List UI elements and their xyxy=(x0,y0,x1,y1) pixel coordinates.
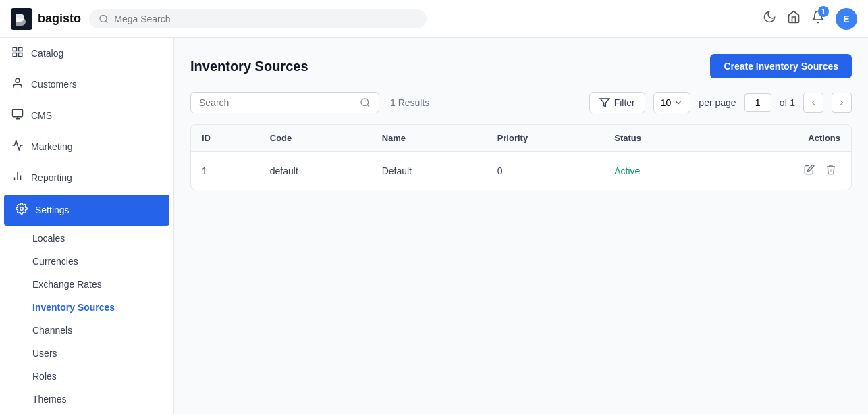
search-icon xyxy=(360,97,371,108)
filter-button[interactable]: Filter xyxy=(589,92,645,113)
next-page-button[interactable] xyxy=(832,93,852,113)
search-icon xyxy=(99,14,109,24)
sidebar: Catalog Customers CMS Marketing Reportin… xyxy=(0,38,174,414)
sidebar-item-cms[interactable]: CMS xyxy=(0,100,173,131)
search-input[interactable] xyxy=(199,97,354,108)
trash-icon xyxy=(825,164,836,175)
actions-cell xyxy=(723,161,840,180)
main-content: Inventory Sources Create Inventory Sourc… xyxy=(174,38,868,414)
svg-point-6 xyxy=(16,78,20,82)
sidebar-subitem-inventory-sources[interactable]: Inventory Sources xyxy=(0,296,173,319)
top-actions: 1 E xyxy=(763,8,857,30)
sidebar-subitem-exchange-rates[interactable]: Exchange Rates xyxy=(0,273,173,296)
notification-count: 1 xyxy=(818,6,829,17)
sidebar-label-cms: CMS xyxy=(31,110,52,121)
svg-rect-4 xyxy=(19,53,22,57)
top-navigation: bagisto 1 E xyxy=(0,0,868,38)
svg-point-1 xyxy=(100,15,107,22)
sidebar-label-marketing: Marketing xyxy=(31,141,72,152)
chevron-left-icon xyxy=(809,99,817,107)
filter-label: Filter xyxy=(614,97,635,108)
delete-button[interactable] xyxy=(821,161,840,180)
sidebar-subitem-users[interactable]: Users xyxy=(0,342,173,365)
store-button[interactable] xyxy=(787,10,801,27)
toolbar: 1 Results Filter 10 per page of 1 xyxy=(190,92,852,113)
sidebar-item-customers[interactable]: Customers xyxy=(0,69,173,100)
page-header: Inventory Sources Create Inventory Sourc… xyxy=(190,54,852,78)
edit-icon xyxy=(804,164,815,175)
settings-submenu: Locales Currencies Exchange Rates Invent… xyxy=(0,227,173,414)
col-id: ID xyxy=(191,125,259,152)
mega-search-input[interactable] xyxy=(114,14,417,24)
table-row: 1 default Default 0 Active xyxy=(191,152,851,190)
avatar[interactable]: E xyxy=(836,8,857,30)
sidebar-item-settings[interactable]: Settings xyxy=(4,195,169,226)
cell-actions xyxy=(712,152,851,190)
svg-point-11 xyxy=(20,207,24,211)
customers-icon xyxy=(11,77,24,92)
col-status: Status xyxy=(603,125,712,152)
sidebar-subitem-locales[interactable]: Locales xyxy=(0,227,173,250)
sidebar-subitem-channels[interactable]: Channels xyxy=(0,319,173,342)
cell-id: 1 xyxy=(191,152,259,190)
per-page-value: 10 xyxy=(661,97,672,108)
sidebar-item-marketing[interactable]: Marketing xyxy=(0,131,173,162)
chevron-down-icon xyxy=(674,98,683,107)
sidebar-subitem-themes[interactable]: Themes xyxy=(0,388,173,411)
marketing-icon xyxy=(11,139,24,154)
svg-marker-14 xyxy=(600,99,609,107)
cell-name: Default xyxy=(371,152,487,190)
chevron-right-icon xyxy=(838,99,846,107)
svg-rect-5 xyxy=(13,53,16,57)
sidebar-item-reporting[interactable]: Reporting xyxy=(0,162,173,193)
sidebar-label-settings: Settings xyxy=(35,205,70,215)
filter-icon xyxy=(599,97,610,108)
status-badge: Active xyxy=(614,165,640,176)
mega-search-box[interactable] xyxy=(89,9,427,28)
reporting-icon xyxy=(11,170,24,185)
col-priority: Priority xyxy=(487,125,604,152)
store-icon xyxy=(787,10,801,24)
app-logo[interactable]: bagisto xyxy=(11,8,81,30)
sidebar-subitem-currencies[interactable]: Currencies xyxy=(0,250,173,273)
prev-page-button[interactable] xyxy=(803,93,823,113)
cell-code: default xyxy=(259,152,371,190)
create-inventory-sources-button[interactable]: Create Inventory Sources xyxy=(710,54,852,78)
cell-status: Active xyxy=(603,152,712,190)
sidebar-subitem-taxes[interactable]: Taxes xyxy=(0,411,173,414)
moon-icon xyxy=(763,10,776,24)
sidebar-subitem-roles[interactable]: Roles xyxy=(0,365,173,388)
per-page-label: per page xyxy=(699,97,736,108)
per-page-select[interactable]: 10 xyxy=(653,92,691,113)
page-number-input[interactable] xyxy=(744,93,771,112)
inventory-sources-table: ID Code Name Priority Status Actions 1 d… xyxy=(190,124,852,190)
results-count: 1 Results xyxy=(390,97,429,108)
cms-icon xyxy=(11,108,24,123)
col-name: Name xyxy=(371,125,487,152)
svg-point-13 xyxy=(361,99,369,106)
search-box[interactable] xyxy=(190,92,379,113)
table-header-row: ID Code Name Priority Status Actions xyxy=(191,125,851,152)
logo-icon xyxy=(11,8,32,30)
app-layout: Catalog Customers CMS Marketing Reportin… xyxy=(0,38,868,414)
col-actions: Actions xyxy=(712,125,851,152)
svg-rect-7 xyxy=(13,109,23,117)
sidebar-label-reporting: Reporting xyxy=(31,172,72,183)
catalog-icon xyxy=(11,46,24,61)
total-pages-label: of 1 xyxy=(780,97,795,108)
svg-rect-2 xyxy=(13,47,16,51)
app-name: bagisto xyxy=(38,11,81,26)
notifications-button[interactable]: 1 xyxy=(811,10,825,27)
sidebar-label-catalog: Catalog xyxy=(31,48,63,59)
edit-button[interactable] xyxy=(800,161,819,180)
page-title: Inventory Sources xyxy=(190,59,308,74)
svg-rect-3 xyxy=(19,47,22,51)
sidebar-label-customers: Customers xyxy=(31,79,77,90)
sidebar-item-catalog[interactable]: Catalog xyxy=(0,38,173,69)
cell-priority: 0 xyxy=(487,152,604,190)
settings-icon xyxy=(15,203,28,217)
theme-toggle-button[interactable] xyxy=(763,10,776,27)
col-code: Code xyxy=(259,125,371,152)
